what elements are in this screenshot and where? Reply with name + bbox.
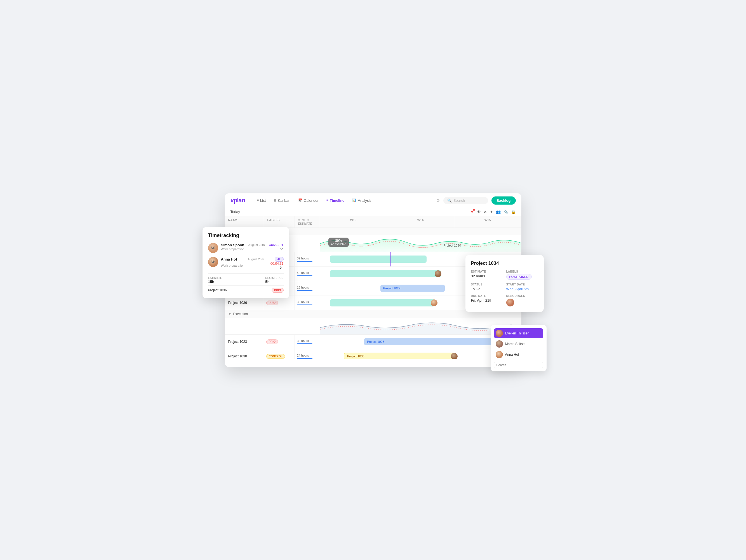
avatar-row-1030: [451, 353, 458, 359]
execution-chevron[interactable]: ▼: [228, 312, 232, 316]
cell-labels-1030: CONTROL: [264, 349, 295, 359]
execution-label: Execution: [233, 312, 248, 316]
tt-registered: REGISTERED 5h: [265, 277, 283, 284]
tt-entry-2: AH Anna Hof August 25th AL Work preparat…: [208, 257, 284, 270]
people-icon[interactable]: 👥: [496, 209, 501, 214]
avatar-evelien: [496, 330, 503, 337]
tab-calendar[interactable]: 📅 Calender: [295, 197, 322, 204]
resource-item-evelien[interactable]: Evelien Thijssen: [494, 328, 543, 338]
pencil-icon[interactable]: ✏: [298, 218, 301, 222]
tt-entry-1: SS Simon Spoon August 25th CONCEPT Work …: [208, 243, 284, 253]
x-icon[interactable]: ✕: [484, 209, 487, 214]
avatar-resource-1: [506, 299, 514, 306]
tt-role-1: Work preparation: [221, 247, 245, 251]
header-labels: LABELS: [264, 216, 295, 227]
badge-prio-1023: PRIO: [266, 339, 278, 344]
kanban-icon: ⊞: [274, 198, 276, 202]
resource-item-marco[interactable]: Marco Spitse: [494, 339, 543, 349]
backlog-button[interactable]: Backlog: [491, 196, 516, 204]
tab-kanban[interactable]: ⊞ Kanban: [270, 197, 294, 204]
calendar-icon: 📅: [298, 198, 303, 202]
pd-postponed-badge: POSTPONED: [506, 274, 538, 280]
list-icon: ≡: [257, 198, 259, 202]
mask-icon[interactable]: ⊖: [307, 218, 309, 222]
estimate-bar-1023: [297, 343, 312, 344]
eye-icon[interactable]: 👁: [477, 209, 481, 214]
tt-date-2: August 25th: [248, 257, 264, 261]
gantt-bar-2[interactable]: [330, 270, 441, 277]
app-header: vplan ≡ List ⊞ Kanban 📅 Calender ≡ Timel…: [225, 193, 521, 208]
tt-registered-val: 5h: [265, 280, 283, 284]
avatar-row4: [431, 300, 437, 306]
resources-dropdown: Evelien Thijssen Marco Spitse Anna Hof: [491, 325, 547, 371]
search-box[interactable]: 🔍 Search: [443, 197, 488, 204]
gantt-bar-1023[interactable]: Project 1023: [364, 338, 505, 345]
avatar-anna: AH: [208, 257, 218, 267]
capacity-left-2: [225, 318, 320, 334]
today-label: Today: [230, 209, 240, 214]
tab-analysis[interactable]: 📊 Analysis: [349, 197, 375, 204]
app-logo[interactable]: vplan: [230, 197, 245, 204]
pd-status-field: STATUS To Do: [471, 283, 503, 291]
week-col-w14: W14: [387, 216, 454, 227]
project-1034-gantt-label: Project 1034: [443, 244, 461, 247]
tt-project-badge: PRIO: [271, 288, 283, 293]
tt-time-2: 00:04:31: [270, 262, 284, 265]
pd-start-date-val: Wed, April 5th: [506, 287, 538, 291]
settings-icon[interactable]: ⚙: [436, 198, 440, 203]
tt-name-row-2: Anna Hof August 25th AL: [221, 257, 284, 262]
pd-resources-field: RESOURCES: [506, 295, 538, 306]
resource-item-anna[interactable]: Anna Hof: [494, 349, 543, 360]
estimate-bar-4: [297, 305, 312, 305]
badge-prio-1036: PRIO: [266, 301, 278, 305]
pd-title: Project 1034: [471, 260, 538, 266]
week-col-w13: W13: [320, 216, 387, 227]
pd-labels-field: LABELS POSTPONED: [506, 270, 538, 280]
tt-badge-al: AL: [275, 257, 283, 262]
tt-name-1: Simon Spoon: [221, 243, 245, 247]
week-col-w15: W15: [454, 216, 521, 227]
tab-list[interactable]: ≡ List: [253, 197, 269, 204]
pd-estimate-field: ESTIMATE 32 hours: [471, 270, 503, 280]
gantt-bar-1[interactable]: [330, 255, 427, 263]
pd-estimate-val: 32 hours: [471, 274, 503, 278]
tab-timeline[interactable]: ≡ Timeline: [323, 197, 348, 204]
pd-status-val: To Do: [471, 287, 503, 291]
search-icon: 🔍: [447, 198, 452, 203]
filter-icon[interactable]: ▼: [470, 209, 474, 214]
cell-naam-1030: Project 1030: [225, 349, 264, 359]
timetracking-title: Timetracking: [208, 232, 284, 239]
avatar-marco: [496, 340, 503, 347]
avatar-row2: [435, 270, 441, 277]
resources-search-input[interactable]: [494, 362, 543, 368]
pd-start-date-field: START DATE Wed, April 5th: [506, 283, 538, 291]
gantt-bar-3[interactable]: Project 1029: [380, 285, 445, 292]
pd-grid: ESTIMATE 32 hours LABELS POSTPONED STATU…: [471, 270, 538, 306]
lock-icon[interactable]: 🔒: [511, 209, 516, 214]
timeline-column-headers: NAAM LABELS ✏ 👁 ⊖ ESTIMATE W13 W14 W1: [225, 216, 521, 228]
capacity-chart: 80% 4h available Project 1034: [320, 235, 521, 252]
cell-estimate-1023: 32 hours: [295, 335, 320, 349]
tt-estimate: ESTIMATE 15h: [208, 277, 222, 284]
header-naam: NAAM: [225, 216, 264, 227]
gantt-bar-4[interactable]: [330, 299, 435, 306]
gantt-bar-1030[interactable]: Project 1030: [344, 353, 455, 359]
analysis-icon: 📊: [352, 198, 356, 202]
sub-header-icons: ▼ 👁 ✕ ✦ 👥 📎 🔒: [470, 209, 516, 214]
nav-tabs: ≡ List ⊞ Kanban 📅 Calender ≡ Timeline 📊: [253, 197, 436, 204]
tt-name-row-1: Simon Spoon August 25th CONCEPT: [221, 243, 284, 247]
tt-info-1: Simon Spoon August 25th CONCEPT Work pre…: [221, 243, 284, 251]
attachment-icon[interactable]: 📎: [504, 209, 508, 214]
tt-info-2: Anna Hof August 25th AL Work preparation…: [221, 257, 284, 270]
pd-due-date-val: Fri, April 21th: [471, 298, 503, 303]
timetracking-card: Timetracking SS Simon Spoon August 25th …: [202, 227, 289, 298]
tt-role-2: Work preparation: [221, 264, 245, 267]
view-icon[interactable]: 👁: [302, 218, 305, 222]
timeline-icon: ≡: [326, 198, 328, 202]
tt-project-name: Project 1036: [208, 288, 227, 292]
star-icon[interactable]: ✦: [490, 209, 493, 214]
tt-name-2: Anna Hof: [221, 257, 237, 261]
cell-estimate-1030: 24 hours: [295, 349, 320, 359]
tt-hours-2: 5h: [270, 265, 284, 270]
cell-estimate-4: 36 hours: [295, 296, 320, 310]
